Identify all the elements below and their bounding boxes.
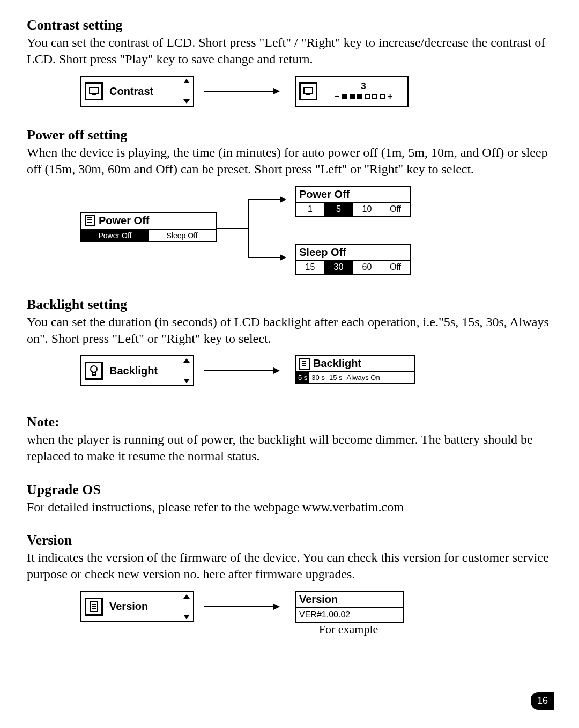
heading-poweroff: Power off setting xyxy=(27,127,552,143)
list-icon xyxy=(85,215,95,226)
lcd-label-contrast: Contrast xyxy=(108,85,183,98)
svg-rect-5 xyxy=(92,372,95,375)
panel-title: Version xyxy=(296,592,403,608)
opt: 10 xyxy=(353,203,381,216)
version-value: VER#1.00.02 xyxy=(296,608,403,622)
tab-sleep-off: Sleep Off xyxy=(149,230,216,241)
opt: Always On xyxy=(345,372,382,383)
panel-sleep-off: Sleep Off 15 30 60 Off xyxy=(295,244,411,275)
bulb-icon xyxy=(85,362,103,380)
panel-title: Power Off xyxy=(296,187,410,203)
svg-point-4 xyxy=(91,366,97,372)
page-number: 16 xyxy=(531,692,554,710)
body-poweroff: When the device is playing, the time (in… xyxy=(27,144,552,177)
opt-selected: 5 xyxy=(324,203,353,216)
lcd-poweroff-menu: Power Off Power Off Sleep Off xyxy=(80,212,217,242)
panel-version: Version VER#1.00.02 xyxy=(295,591,404,623)
lcd-label-version: Version xyxy=(108,600,183,613)
heading-upgrade: Upgrade OS xyxy=(27,482,552,498)
opt: 60 xyxy=(353,261,381,274)
lcd-contrast-menu: Contrast xyxy=(80,76,194,107)
panel-title: Sleep Off xyxy=(296,245,410,261)
svg-rect-3 xyxy=(306,94,310,95)
opt-selected: 5 s xyxy=(296,372,309,383)
heading-version: Version xyxy=(27,532,552,548)
contrast-value: 3 xyxy=(361,81,366,92)
heading-note: Note: xyxy=(27,414,552,430)
opt: 15 xyxy=(296,261,324,274)
arrow-icon xyxy=(204,606,279,607)
lcd-version-menu: Version xyxy=(80,591,194,622)
body-contrast: You can set the contrast of LCD. Short p… xyxy=(27,34,552,67)
opt: Off xyxy=(381,261,410,274)
opt: Off xyxy=(381,203,410,216)
body-version: It indicates the version of the firmware… xyxy=(27,549,552,582)
arrow-icon xyxy=(204,91,279,92)
opt: 15 s xyxy=(327,372,345,383)
arrow-icon xyxy=(248,199,285,200)
lcd-backlight-menu: Backlight xyxy=(80,355,194,386)
plus-icon: + xyxy=(388,92,392,101)
heading-backlight: Backlight setting xyxy=(27,297,552,313)
caption-example: For example xyxy=(295,622,402,636)
svg-rect-1 xyxy=(92,94,96,95)
heading-contrast: Contrast setting xyxy=(27,17,552,33)
monitor-icon xyxy=(299,82,317,100)
opt: 1 xyxy=(296,203,324,216)
body-note: when the player is running out of power,… xyxy=(27,431,552,464)
panel-title: Backlight xyxy=(313,357,361,370)
connector-line xyxy=(248,199,249,258)
panel-power-off: Power Off 1 5 10 Off xyxy=(295,186,411,217)
svg-rect-2 xyxy=(304,87,313,93)
panel-backlight: Backlight 5 s 30 s 15 s Always On xyxy=(295,355,415,384)
body-upgrade: For detailed instructions, please refer … xyxy=(27,499,552,516)
opt: 30 s xyxy=(309,372,327,383)
svg-rect-0 xyxy=(90,87,98,93)
lcd-label-backlight: Backlight xyxy=(108,365,183,377)
minus-icon: − xyxy=(335,92,339,101)
arrow-icon xyxy=(248,257,285,258)
document-icon xyxy=(85,598,103,616)
tab-power-off: Power Off xyxy=(81,230,149,241)
arrow-icon xyxy=(204,370,279,371)
body-backlight: You can set the duration (in seconds) of… xyxy=(27,314,552,347)
connector-line xyxy=(216,228,248,229)
lcd-label-poweroff: Power Off xyxy=(99,215,149,227)
monitor-icon xyxy=(85,82,103,100)
contrast-bar xyxy=(342,94,385,99)
lcd-contrast-value: 3 − + xyxy=(295,76,409,107)
opt-selected: 30 xyxy=(324,261,353,274)
list-icon xyxy=(299,358,310,370)
